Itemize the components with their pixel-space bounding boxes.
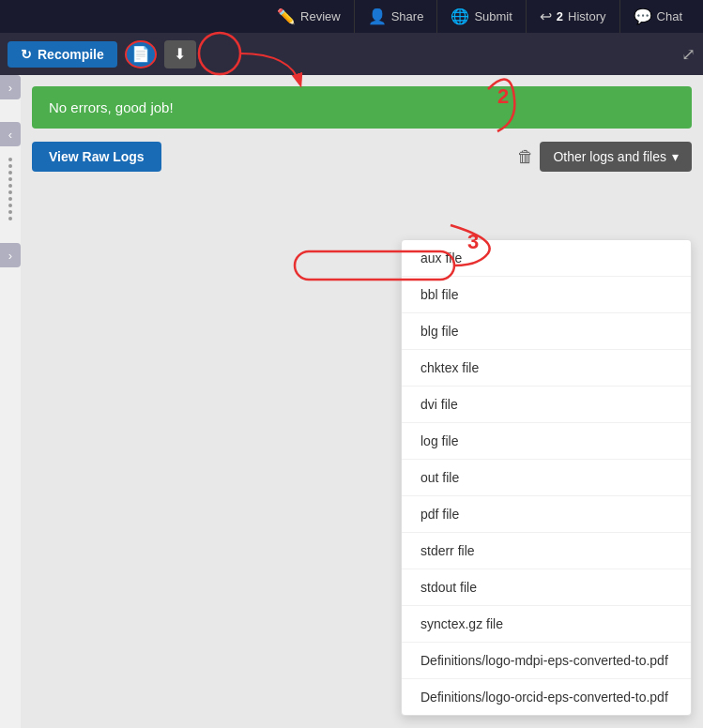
sidebar-arrow-right[interactable]: › [0, 75, 21, 99]
dropdown-item[interactable]: synctex.gz file [402, 606, 691, 643]
dropdown-item[interactable]: blg file [402, 313, 691, 350]
buttons-row: View Raw Logs 🗑 Other logs and files ▾ [32, 142, 692, 172]
left-sidebar: › ‹ › [0, 75, 21, 267]
recompile-button[interactable]: ↻ Recompile [8, 41, 117, 68]
dropdown-item[interactable]: chktex file [402, 350, 691, 387]
dropdown-item[interactable]: pdf file [402, 496, 691, 533]
dropdown-item[interactable]: aux file [402, 240, 691, 277]
history-icon: ↩ [540, 8, 552, 25]
success-banner: No errors, good job! [32, 86, 692, 129]
other-logs-button[interactable]: Other logs and files ▾ [540, 142, 692, 172]
nav-history-label: History [568, 9, 605, 23]
sidebar-dots [8, 158, 12, 220]
main-content: No errors, good job! View Raw Logs 🗑 Oth… [21, 75, 703, 728]
nav-submit[interactable]: 🌐 Submit [437, 0, 526, 33]
document-view-button[interactable]: 📄 [125, 40, 157, 68]
submit-icon: 🌐 [451, 8, 469, 25]
dropdown-item[interactable]: Definitions/logo-mdpi-eps-converted-to.p… [402, 643, 691, 679]
view-raw-logs-button[interactable]: View Raw Logs [32, 142, 161, 172]
nav-review[interactable]: ✏️ Review [264, 0, 355, 33]
recompile-icon: ↻ [21, 47, 32, 62]
dropdown-wrapper: 🗑 Other logs and files ▾ [517, 142, 692, 172]
toolbar: ↻ Recompile 📄 ⬇ ⤢ [0, 33, 703, 75]
dropdown-chevron-icon: ▾ [672, 149, 679, 164]
document-icon: 📄 [131, 45, 150, 63]
delete-logs-button[interactable]: 🗑 [517, 147, 534, 167]
dropdown-menu: aux filebbl fileblg filechktex filedvi f… [401, 239, 692, 716]
nav-chat[interactable]: 💬 Chat [620, 0, 695, 33]
nav-share-label: Share [391, 9, 424, 23]
download-icon: ⬇ [174, 45, 186, 63]
nav-submit-label: Submit [474, 9, 512, 23]
dropdown-item[interactable]: dvi file [402, 387, 691, 423]
dropdown-item[interactable]: stderr file [402, 533, 691, 569]
nav-review-label: Review [300, 9, 341, 23]
sidebar-arrow-right-bottom[interactable]: › [0, 243, 21, 267]
expand-button[interactable]: ⤢ [681, 44, 695, 65]
review-icon: ✏️ [277, 8, 296, 25]
nav-history-badge: 2 [557, 9, 563, 23]
other-logs-label: Other logs and files [553, 149, 666, 164]
nav-chat-label: Chat [657, 9, 682, 23]
dropdown-item[interactable]: log file [402, 423, 691, 460]
view-raw-logs-label: View Raw Logs [49, 149, 145, 164]
dropdown-item[interactable]: out file [402, 460, 691, 496]
recompile-label: Recompile [38, 47, 104, 62]
share-icon: 👤 [368, 8, 387, 25]
nav-share[interactable]: 👤 Share [355, 0, 438, 33]
dropdown-item[interactable]: stdout file [402, 569, 691, 606]
success-message: No errors, good job! [49, 99, 174, 115]
nav-history[interactable]: ↩ 2 History [527, 0, 620, 33]
download-button[interactable]: ⬇ [164, 40, 196, 68]
dropdown-item[interactable]: Definitions/logo-orcid-eps-converted-to.… [402, 679, 691, 715]
top-nav: ✏️ Review 👤 Share 🌐 Submit ↩ 2 History 💬… [0, 0, 703, 33]
dropdown-item[interactable]: bbl file [402, 277, 691, 313]
sidebar-arrow-left[interactable]: ‹ [0, 122, 21, 146]
chat-icon: 💬 [634, 8, 652, 25]
